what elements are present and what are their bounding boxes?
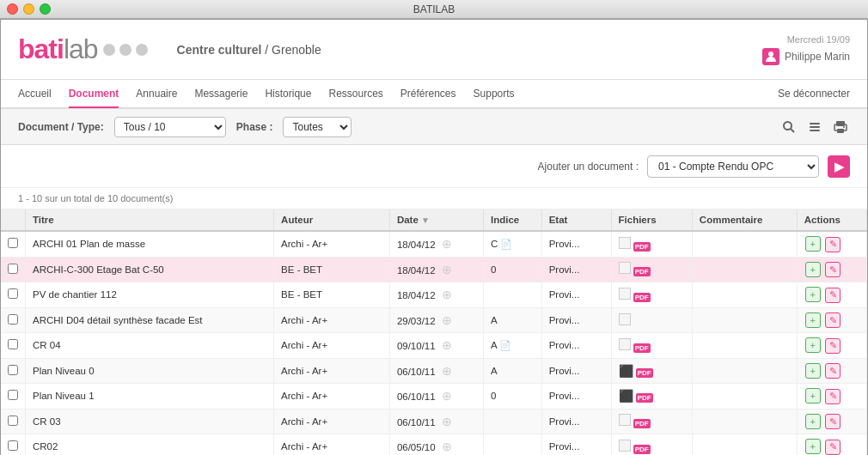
- add-doc-button[interactable]: ▶: [828, 155, 850, 178]
- row-date-cell: 29/03/12 ⊕: [389, 307, 483, 333]
- row-fichiers: [611, 307, 692, 333]
- add-doc-select[interactable]: 01 - Compte Rendu OPC: [647, 155, 819, 178]
- row-date-cell: 18/04/12 ⊕: [389, 257, 483, 282]
- layers-icon-btn[interactable]: [805, 118, 824, 136]
- nav-ressources[interactable]: Ressources: [328, 81, 382, 106]
- row-indice: 0: [483, 384, 541, 410]
- table-row: ARCHI-C-300 Etage Bat C-50 BE - BET 18/0…: [1, 257, 867, 282]
- header-indice[interactable]: Indice: [483, 209, 541, 231]
- action-edit-btn[interactable]: ✎: [825, 262, 840, 277]
- phase-select[interactable]: Toutes: [283, 117, 351, 137]
- file-square-icon: [619, 338, 631, 350]
- doc-type-select[interactable]: Tous / 10: [114, 117, 226, 137]
- action-add-btn[interactable]: +: [805, 439, 821, 454]
- user-area: Philippe Marin: [762, 48, 850, 65]
- row-add-icon[interactable]: ⊕: [442, 237, 452, 251]
- header-commentaire[interactable]: Commentaire: [692, 209, 797, 231]
- file-square-icon: [619, 414, 631, 426]
- action-edit-btn[interactable]: ✎: [825, 414, 840, 429]
- row-checkbox[interactable]: [1, 257, 26, 282]
- logo-dot-3: [136, 44, 148, 56]
- action-add-btn[interactable]: +: [805, 236, 821, 252]
- header-date[interactable]: Date ▼: [389, 209, 483, 231]
- logo-dot-2: [119, 44, 131, 56]
- search-icon-btn[interactable]: [779, 118, 798, 136]
- print-icon-btn[interactable]: [831, 118, 850, 136]
- row-author: BE - BET: [274, 257, 390, 282]
- row-add-icon[interactable]: ⊕: [442, 364, 452, 378]
- row-actions: + ✎: [797, 358, 866, 384]
- row-add-icon[interactable]: ⊕: [442, 440, 452, 453]
- action-add-btn[interactable]: +: [805, 337, 821, 353]
- row-actions: + ✎: [797, 282, 866, 308]
- pdf-icon: PDF: [633, 242, 651, 252]
- row-etat: Provi...: [541, 409, 611, 434]
- row-add-icon[interactable]: ⊕: [442, 415, 452, 428]
- row-checkbox[interactable]: [1, 231, 26, 257]
- row-checkbox[interactable]: [1, 409, 26, 434]
- row-checkbox[interactable]: [1, 333, 26, 359]
- row-actions: + ✎: [797, 333, 866, 359]
- row-add-icon[interactable]: ⊕: [442, 313, 452, 327]
- row-actions: + ✎: [797, 409, 866, 434]
- nav-messagerie[interactable]: Messagerie: [194, 81, 248, 106]
- toolbar-icons: [779, 118, 850, 136]
- nav-preferences[interactable]: Préférences: [400, 81, 456, 106]
- row-fichiers: PDF: [611, 333, 692, 359]
- row-date: 18/04/12: [397, 265, 436, 276]
- close-button[interactable]: [7, 3, 18, 15]
- row-add-icon[interactable]: ⊕: [442, 288, 452, 301]
- pdf-icon: PDF: [633, 293, 651, 302]
- user-avatar-icon: [762, 48, 779, 65]
- file-square-icon: [619, 313, 631, 325]
- header-fichiers[interactable]: Fichiers: [611, 209, 692, 231]
- header-titre[interactable]: Titre: [26, 209, 274, 231]
- nav-accueil[interactable]: Accueil: [18, 81, 52, 106]
- action-add-btn[interactable]: +: [805, 363, 821, 379]
- action-edit-btn[interactable]: ✎: [825, 312, 840, 328]
- logo: batilab: [18, 33, 148, 65]
- nav-historique[interactable]: Historique: [265, 81, 311, 106]
- row-date-cell: 09/10/11 ⊕: [389, 333, 483, 359]
- header-etat[interactable]: Etat: [541, 209, 611, 231]
- action-add-btn[interactable]: +: [805, 287, 821, 302]
- maximize-button[interactable]: [40, 3, 51, 15]
- title-bar: BATILAB: [0, 0, 868, 19]
- logout-link[interactable]: Se déconnecter: [778, 88, 850, 100]
- row-commentaire: [692, 409, 797, 434]
- row-actions: + ✎: [797, 307, 866, 333]
- minimize-button[interactable]: [23, 3, 34, 15]
- row-author: BE - BET: [274, 282, 390, 308]
- row-indice: 0: [483, 257, 541, 282]
- action-edit-btn[interactable]: ✎: [825, 237, 840, 252]
- nav-supports[interactable]: Supports: [474, 81, 515, 106]
- header-auteur[interactable]: Auteur: [274, 209, 390, 231]
- nav-annuaire[interactable]: Annuaire: [136, 81, 177, 106]
- action-edit-btn[interactable]: ✎: [825, 440, 840, 455]
- row-title: CR 04: [26, 333, 274, 359]
- row-checkbox[interactable]: [1, 384, 26, 410]
- action-add-btn[interactable]: +: [805, 262, 821, 277]
- row-etat: Provi...: [541, 434, 611, 456]
- nav-document[interactable]: Document: [69, 81, 119, 108]
- action-edit-btn[interactable]: ✎: [825, 288, 840, 303]
- row-add-icon[interactable]: ⊕: [442, 263, 452, 276]
- row-checkbox[interactable]: [1, 434, 26, 456]
- row-checkbox[interactable]: [1, 282, 26, 308]
- action-edit-btn[interactable]: ✎: [825, 338, 840, 354]
- action-add-btn[interactable]: +: [805, 388, 821, 403]
- action-edit-btn[interactable]: ✎: [825, 389, 840, 404]
- row-date-cell: 06/10/11 ⊕: [389, 358, 483, 384]
- action-add-btn[interactable]: +: [805, 312, 821, 328]
- row-checkbox[interactable]: [1, 358, 26, 384]
- pdf-icon: PDF: [636, 393, 653, 403]
- row-add-icon[interactable]: ⊕: [442, 338, 452, 352]
- project-title: Centre culturel / Grenoble: [177, 43, 321, 57]
- row-checkbox[interactable]: [1, 307, 26, 333]
- action-add-btn[interactable]: +: [805, 414, 821, 429]
- window-controls[interactable]: [7, 3, 51, 15]
- action-edit-btn[interactable]: ✎: [825, 363, 840, 379]
- row-title: ARCHI 01 Plan de masse: [26, 231, 274, 257]
- header-actions[interactable]: Actions: [797, 209, 866, 231]
- row-add-icon[interactable]: ⊕: [442, 389, 452, 403]
